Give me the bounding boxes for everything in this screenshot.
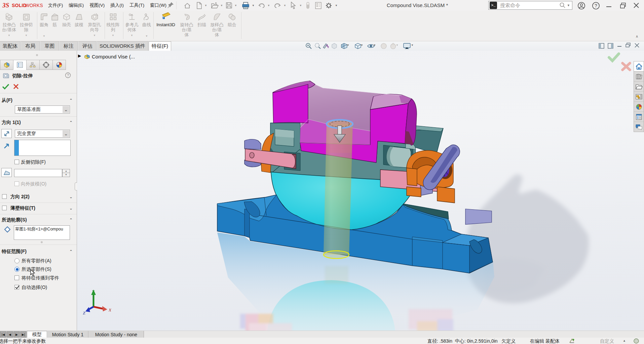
svg-text:?: ?	[67, 73, 69, 77]
svg-text:WORKS: WORKS	[25, 3, 43, 8]
svg-text:X: X	[108, 307, 112, 312]
svg-text:?: ?	[595, 3, 597, 8]
svg-text:ЗS: ЗS	[2, 2, 9, 9]
svg-text:SOLID: SOLID	[12, 3, 27, 8]
svg-text:Z: Z	[83, 310, 85, 315]
